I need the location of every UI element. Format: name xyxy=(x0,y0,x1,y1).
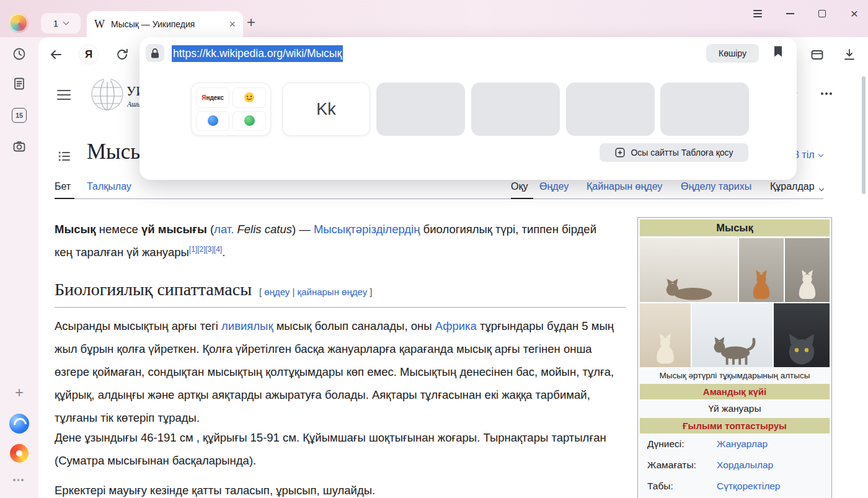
text-segment: Мысық xyxy=(55,223,96,236)
url-text: https://kk.wikipedia.org/wiki/Мысық xyxy=(172,45,343,62)
tableau-tile-empty[interactable] xyxy=(660,82,749,136)
tab-page[interactable]: Бет xyxy=(55,181,71,192)
maximize-button[interactable] xyxy=(815,5,830,22)
tab-close-icon[interactable]: × xyxy=(229,19,236,30)
titlebar: 1 W Мысық — Уикипедия × + × xyxy=(0,0,868,37)
window-controls: × xyxy=(750,5,862,22)
new-tab-button[interactable]: + xyxy=(247,14,255,31)
body-paragraph: Дене ұзындығы 46-191 см , құйрығы 15-91 … xyxy=(55,426,616,472)
reference-sup: [3] xyxy=(205,245,213,254)
tabs-count-value: 15 xyxy=(16,112,23,119)
tab-history[interactable]: Өңделу тарихы xyxy=(681,181,751,192)
infobox: Мысық xyxy=(637,217,832,498)
downloads-icon[interactable] xyxy=(839,45,859,64)
scrollbar[interactable] xyxy=(862,76,866,194)
add-square-icon xyxy=(614,147,626,158)
browser-menu-icon[interactable] xyxy=(750,5,765,22)
infobox-row-link[interactable]: Сүтқоректілер xyxy=(717,481,780,492)
tab-counter[interactable]: 1 xyxy=(41,13,81,33)
text-segment: ] xyxy=(367,287,372,297)
body-paragraph: Еркектері мауығу кезінде қатты таласып, … xyxy=(55,479,616,498)
screenshot-icon[interactable] xyxy=(12,139,27,154)
tableau-tile-empty[interactable] xyxy=(566,82,655,136)
blue-favicon xyxy=(196,111,229,131)
infobox-row-label: Жамағаты: xyxy=(647,460,717,471)
yandex-favicon: Яндекс xyxy=(196,87,229,108)
copy-url-button[interactable]: Көшіру xyxy=(706,44,759,63)
chevron-down-icon xyxy=(63,19,69,25)
infobox-row-link[interactable]: Жануарлар xyxy=(717,438,768,450)
language-switcher-label: 3 тіл xyxy=(794,149,815,161)
infobox-row-link[interactable]: Хордалылар xyxy=(717,460,773,471)
tab-discussion[interactable]: Талқылау xyxy=(87,181,131,192)
reference-link[interactable]: [2] xyxy=(197,245,205,254)
wiki-link[interactable]: Мысықтәрізділердің xyxy=(314,223,420,236)
yandex-start-icon[interactable] xyxy=(10,444,29,463)
tableau-tile-wikipedia[interactable]: Kk xyxy=(282,82,370,136)
cat-photo[interactable] xyxy=(640,238,738,302)
close-button[interactable]: × xyxy=(847,5,862,22)
sidebar-more-icon[interactable] xyxy=(13,479,24,481)
reference-sup: [4] xyxy=(214,245,222,254)
infobox-classification-header: Ғылыми топтастыруы xyxy=(640,418,830,434)
tab-tools[interactable]: Құралдар xyxy=(770,181,815,192)
reload-button[interactable] xyxy=(112,45,132,64)
text-segment: мысық болып саналады, оны xyxy=(273,319,435,332)
history-icon[interactable] xyxy=(12,47,27,61)
cat-photo[interactable] xyxy=(774,303,830,367)
lock-icon[interactable] xyxy=(146,44,164,62)
wallet-icon[interactable] xyxy=(807,45,827,64)
profile-avatar[interactable] xyxy=(9,13,29,33)
chevron-down-icon xyxy=(818,151,823,156)
documents-icon[interactable] xyxy=(12,76,27,91)
tabs-count-badge[interactable]: 15 xyxy=(12,108,27,123)
add-to-tableau-button[interactable]: Осы сайтты Таблоға қосу xyxy=(600,143,748,162)
infobox-row-label: Дүниесі: xyxy=(647,438,717,450)
tab-read[interactable]: Оқу xyxy=(511,181,528,192)
infobox-title: Мысық xyxy=(640,220,830,236)
tableau-tile-yandex[interactable]: Яндекс xyxy=(191,82,271,136)
chevron-down-icon xyxy=(819,186,824,191)
wiki-menu-icon[interactable] xyxy=(57,90,71,100)
url-input[interactable]: https://kk.wikipedia.org/wiki/Мысық xyxy=(172,45,343,62)
reference-link[interactable]: [1] xyxy=(189,245,197,254)
text-segment: | xyxy=(290,287,297,297)
wiki-link[interactable]: Африка xyxy=(435,319,477,332)
section-heading: Биологиялық сипаттамасы xyxy=(55,280,252,300)
cat-photo[interactable] xyxy=(692,303,773,367)
tab-title: Мысық — Уикипедия xyxy=(111,19,223,29)
tab-edit-source[interactable]: Қайнарын өңдеу xyxy=(587,181,662,192)
text-segment: . xyxy=(222,246,225,259)
tab-edit[interactable]: Өңдеу xyxy=(539,181,569,192)
sidebar-add-icon[interactable]: + xyxy=(12,385,27,400)
edit-section-links: [ өңдеу | қайнарын өңдеу ] xyxy=(259,287,373,297)
reference-sup: [1] xyxy=(189,245,197,254)
wiki-link[interactable]: лат. xyxy=(214,223,234,236)
wikipedia-logo[interactable] xyxy=(91,78,124,111)
reference-sup: [2] xyxy=(197,245,205,254)
reference-link[interactable]: [4] xyxy=(214,245,222,254)
more-options-icon[interactable] xyxy=(821,92,832,95)
infobox-row: Дүниесі: Жануарлар xyxy=(640,434,830,455)
tableau-tile-empty[interactable] xyxy=(376,82,465,136)
wiki-link[interactable]: ливиялық xyxy=(221,319,273,332)
browser-window: 1 W Мысық — Уикипедия × + × 15 + xyxy=(0,0,868,498)
wiki-link[interactable]: өңдеу xyxy=(264,287,290,297)
active-tab-underline xyxy=(511,198,533,199)
cat-photo[interactable] xyxy=(739,238,784,302)
wiki-link[interactable]: қайнарын өңдеу xyxy=(298,287,368,297)
minimize-button[interactable] xyxy=(782,5,797,22)
bookmark-icon[interactable] xyxy=(773,45,783,60)
yandex-browser-icon[interactable] xyxy=(9,414,29,434)
address-bar-panel: https://kk.wikipedia.org/wiki/Мысық Көші… xyxy=(140,37,797,180)
yandex-search-button[interactable]: Я xyxy=(79,45,99,64)
cat-photo[interactable] xyxy=(785,238,830,302)
cat-photo[interactable] xyxy=(640,303,691,367)
reference-link[interactable]: [3] xyxy=(205,245,213,254)
browser-tab[interactable]: W Мысық — Уикипедия × xyxy=(87,11,243,37)
tableau-tile-empty[interactable] xyxy=(471,82,560,136)
back-button[interactable] xyxy=(46,45,66,64)
contents-icon[interactable] xyxy=(58,151,71,162)
language-switcher[interactable]: 3 тіл xyxy=(794,149,823,161)
tile-label: Kk xyxy=(316,100,336,119)
